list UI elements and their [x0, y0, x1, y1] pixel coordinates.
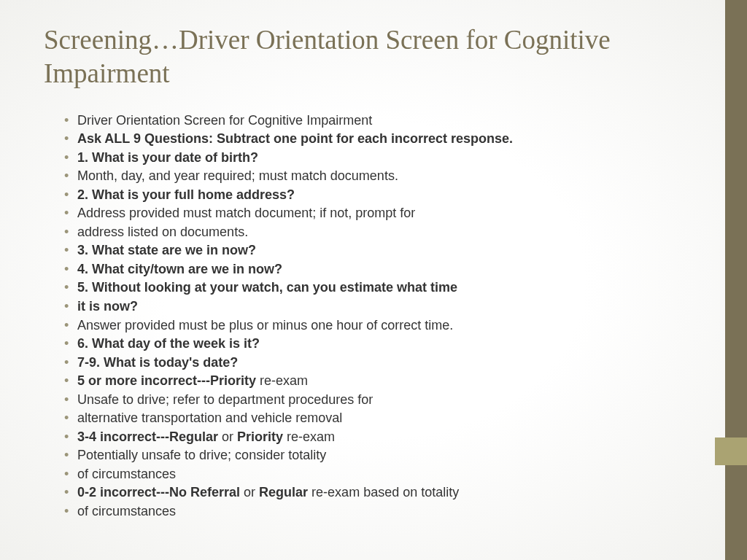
slide-body: Screening…Driver Orientation Screen for … — [0, 0, 715, 536]
bullet-text: Potentially unsafe to drive; consider to… — [77, 448, 326, 462]
bullet-item: 0-2 incorrect---No Referral or Regular r… — [64, 483, 671, 502]
bullet-text: or — [222, 429, 237, 444]
bullet-item: of circumstances — [64, 502, 671, 521]
bullet-text: 4. What city/town are we in now? — [77, 262, 282, 276]
bullet-text: address listed on documents. — [77, 225, 248, 239]
bullet-item: 3. What state are we in now? — [64, 241, 671, 260]
bullet-text: 5 or more incorrect---Priority — [77, 373, 260, 388]
bullet-item: Month, day, and year required; must matc… — [64, 167, 671, 186]
bullet-item: 6. What day of the week is it? — [64, 335, 671, 354]
right-accent-block — [715, 438, 747, 465]
bullet-text: Unsafe to drive; refer to department pro… — [77, 392, 373, 407]
bullet-item: Answer provided must be plus or minus on… — [64, 316, 671, 335]
bullet-item: Address provided must match document; if… — [64, 204, 671, 223]
bullet-item: it is now? — [64, 298, 671, 316]
bullet-text: Month, day, and year required; must matc… — [77, 168, 398, 183]
bullet-item: 1. What is your date of birth? — [64, 149, 671, 168]
bullet-item: Driver Orientation Screen for Cognitive … — [64, 112, 671, 131]
bullet-item: 7-9. What is today's date? — [64, 354, 671, 373]
bullet-item: Potentially unsafe to drive; consider to… — [64, 446, 671, 465]
bullet-text: 1. What is your date of birth? — [77, 150, 258, 165]
bullet-text: Priority — [237, 429, 287, 444]
right-sidebar-stripe — [725, 0, 747, 560]
bullet-text: 2. What is your full home address? — [77, 187, 295, 202]
bullet-item: 5. Without looking at your watch, can yo… — [64, 279, 671, 298]
bullet-text: of circumstances — [77, 504, 176, 518]
bullet-text: re-exam — [260, 373, 308, 388]
slide-title: Screening…Driver Orientation Screen for … — [44, 23, 671, 91]
bullet-text: re-exam based on totality — [311, 485, 459, 499]
bullet-text: or — [244, 485, 259, 499]
bullet-text: 6. What day of the week is it? — [77, 336, 260, 351]
bullet-text: re-exam — [287, 429, 335, 444]
bullet-item: Unsafe to drive; refer to department pro… — [64, 391, 671, 410]
bullet-text: 7-9. What is today's date? — [77, 355, 238, 370]
bullet-text: Ask ALL 9 Questions: Subtract one point … — [77, 131, 513, 146]
bullet-item: alternative transportation and vehicle r… — [64, 409, 671, 428]
bullet-text: Answer provided must be plus or minus on… — [77, 318, 453, 332]
bullet-item: 5 or more incorrect---Priority re-exam — [64, 372, 671, 391]
bullet-item: of circumstances — [64, 465, 671, 484]
bullet-text: alternative transportation and vehicle r… — [77, 411, 342, 425]
bullet-item: Ask ALL 9 Questions: Subtract one point … — [64, 130, 671, 149]
bullet-text: Regular — [259, 485, 311, 499]
bullet-text: 0-2 incorrect---No Referral — [77, 485, 244, 499]
bullet-item: 4. What city/town are we in now? — [64, 260, 671, 279]
bullet-text: it is now? — [77, 299, 138, 314]
bullet-text: Address provided must match document; if… — [77, 206, 415, 220]
bullet-text: 5. Without looking at your watch, can yo… — [77, 280, 457, 295]
bullet-text: of circumstances — [77, 467, 176, 481]
bullet-list: Driver Orientation Screen for Cognitive … — [44, 112, 671, 521]
bullet-text: 3. What state are we in now? — [77, 243, 256, 257]
bullet-text: Driver Orientation Screen for Cognitive … — [77, 113, 372, 128]
bullet-item: address listed on documents. — [64, 223, 671, 242]
bullet-text: 3-4 incorrect---Regular — [77, 429, 222, 444]
bullet-item: 3-4 incorrect---Regular or Priority re-e… — [64, 428, 671, 447]
bullet-item: 2. What is your full home address? — [64, 186, 671, 205]
